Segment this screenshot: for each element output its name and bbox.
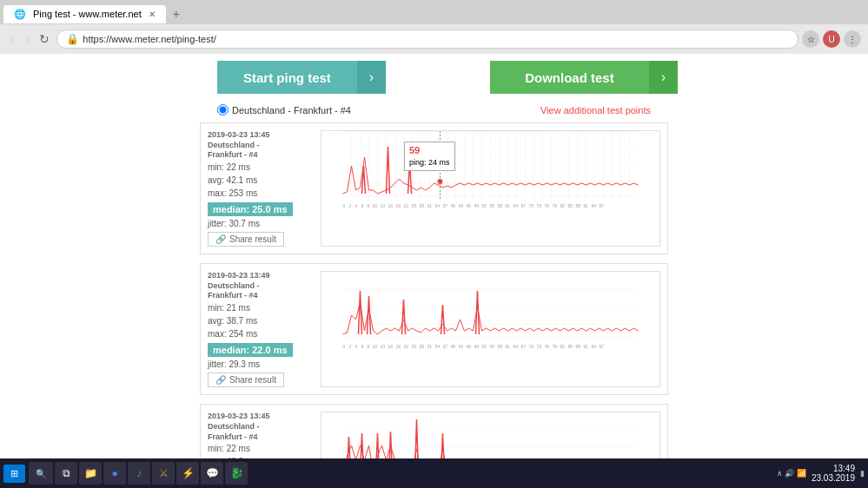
svg-text:13: 13 (381, 344, 386, 349)
svg-text:22: 22 (404, 344, 409, 349)
svg-text:13: 13 (381, 203, 386, 208)
taskbar-app-1[interactable]: ⚡ (176, 462, 199, 485)
taskbar-right: ∧ 🔊 📶 13:49 23.03.2019 ▮ (777, 464, 865, 483)
svg-text:37: 37 (443, 344, 448, 349)
result-date-1: 2019-03-23 13:45 Deutschland -Frankfurt … (208, 130, 312, 161)
star-button[interactable]: ☆ (802, 30, 819, 48)
svg-text:49: 49 (474, 203, 480, 208)
svg-text:85: 85 (568, 203, 573, 208)
svg-text:25: 25 (412, 203, 417, 208)
taskbar-spotify[interactable]: ♪ (128, 462, 150, 485)
result-min-3: min: 22 ms (208, 442, 312, 455)
result-date-3: 2019-03-23 13:45 Deutschland -Frankfurt … (208, 412, 312, 442)
address-bar[interactable]: 🔒 https://www.meter.net/ping-test/ (56, 30, 798, 49)
show-desktop-button[interactable]: ▮ (860, 469, 865, 478)
svg-text:82: 82 (560, 344, 566, 349)
svg-text:43: 43 (459, 203, 464, 208)
ping-button-label: Start ping test (243, 70, 331, 85)
svg-text:49: 49 (474, 344, 480, 349)
result-date-2: 2019-03-23 13:49 Deutschland -Frankfurt … (208, 271, 312, 301)
svg-text:55: 55 (490, 203, 495, 208)
svg-text:91: 91 (584, 203, 589, 208)
svg-text:2: 2 (349, 344, 352, 349)
chart-area-1: 0 2 4 6 8 10 13 16 19 22 25 28 31 34 37 … (321, 130, 660, 247)
filter-row: Deutschland - Frankfurt - #4 View additi… (0, 101, 868, 119)
svg-text:52: 52 (482, 203, 487, 208)
svg-text:19: 19 (396, 203, 401, 208)
svg-text:10: 10 (373, 203, 378, 208)
svg-text:97: 97 (600, 344, 605, 349)
svg-text:4: 4 (355, 203, 358, 208)
svg-text:16: 16 (388, 203, 394, 208)
taskbar: ⊞ 🔍 ⧉ 📁 ● ♪ ⚔ ⚡ 💬 🐉 ∧ 🔊 📶 13:49 23.03.20… (0, 458, 868, 488)
new-tab-button[interactable]: + (166, 3, 187, 24)
profile-button[interactable]: U (823, 30, 840, 48)
address-text: https://www.meter.net/ping-test/ (83, 34, 789, 44)
view-additional-link[interactable]: View additional test points (540, 105, 651, 115)
ping-test-button[interactable]: Start ping test (217, 61, 357, 94)
taskbar-app-2[interactable]: 🐉 (225, 462, 248, 485)
svg-text:0: 0 (343, 203, 346, 208)
browser-actions: ☆ U ⋮ (802, 30, 861, 48)
svg-text:10: 10 (373, 344, 378, 349)
back-button[interactable]: ‹ (7, 30, 18, 48)
taskbar-explorer[interactable]: 📁 (79, 462, 102, 485)
taskbar-chrome[interactable]: ● (103, 462, 126, 485)
taskbar-cortana[interactable]: 🔍 (29, 462, 53, 485)
taskbar-discord[interactable]: 💬 (201, 462, 223, 485)
location-radio[interactable] (217, 104, 229, 115)
download-test-button[interactable]: Download test (490, 61, 649, 94)
result-min-1: min: 22 ms (208, 161, 312, 174)
result-card-1: 2019-03-23 13:45 Deutschland -Frankfurt … (200, 122, 668, 254)
radio-label[interactable]: Deutschland - Frankfurt - #4 (217, 104, 351, 115)
tab-title: Ping test - www.meter.net (33, 9, 142, 19)
reload-button[interactable]: ↻ (36, 30, 53, 48)
svg-point-39 (438, 179, 443, 184)
svg-text:88: 88 (576, 203, 581, 208)
menu-button[interactable]: ⋮ (844, 30, 861, 48)
top-buttons-row: Start ping test › Download test › (0, 54, 868, 101)
result-max-1: max: 253 ms (208, 187, 312, 200)
result-max-2: max: 254 ms (208, 327, 312, 340)
share-button-2[interactable]: 🔗 Share result (208, 373, 284, 387)
result-info-1: 2019-03-23 13:45 Deutschland -Frankfurt … (208, 130, 312, 247)
svg-text:88: 88 (576, 344, 581, 349)
result-jitter-1: jitter: 30.7 ms (208, 219, 312, 228)
svg-text:2: 2 (349, 203, 352, 208)
taskbar-date-display: 23.03.2019 (812, 473, 855, 483)
svg-text:46: 46 (467, 203, 472, 208)
svg-text:73: 73 (537, 203, 542, 208)
lock-icon: 🔒 (66, 33, 79, 45)
result-card-2: 2019-03-23 13:49 Deutschland -Frankfurt … (200, 263, 668, 395)
svg-text:70: 70 (529, 344, 534, 349)
browser-nav: ‹ › ↻ 🔒 https://www.meter.net/ping-test/… (0, 24, 868, 54)
svg-text:28: 28 (420, 344, 425, 349)
start-button[interactable]: ⊞ (3, 465, 25, 483)
svg-text:28: 28 (420, 203, 425, 208)
svg-text:34: 34 (435, 344, 441, 349)
svg-text:67: 67 (521, 344, 527, 349)
share-button-1[interactable]: 🔗 Share result (208, 232, 284, 247)
result-avg-2: avg: 38.7 ms (208, 314, 312, 327)
taskbar-task-view[interactable]: ⧉ (55, 462, 77, 485)
result-info-2: 2019-03-23 13:49 Deutschland -Frankfurt … (208, 271, 312, 387)
forward-button[interactable]: › (22, 30, 33, 48)
svg-text:31: 31 (427, 203, 433, 208)
svg-text:82: 82 (560, 203, 566, 208)
taskbar-lol[interactable]: ⚔ (152, 462, 175, 485)
active-tab[interactable]: 🌐 Ping test - www.meter.net ✕ (3, 5, 166, 23)
svg-text:94: 94 (592, 203, 597, 208)
svg-text:64: 64 (514, 203, 519, 208)
svg-text:40: 40 (451, 203, 456, 208)
svg-text:73: 73 (537, 344, 542, 349)
result-jitter-2: jitter: 29.3 ms (208, 359, 312, 369)
svg-text:0: 0 (343, 344, 346, 349)
tab-close-icon[interactable]: ✕ (149, 10, 156, 19)
taskbar-items: 🔍 ⧉ 📁 ● ♪ ⚔ ⚡ 💬 🐉 (29, 462, 777, 485)
svg-text:6: 6 (361, 203, 364, 208)
svg-text:91: 91 (584, 344, 589, 349)
browser-chrome: 🌐 Ping test - www.meter.net ✕ + ‹ › ↻ 🔒 … (0, 0, 868, 54)
share-icon-1: 🔗 (215, 234, 226, 244)
download-button-label: Download test (525, 70, 614, 85)
browser-tabs: 🌐 Ping test - www.meter.net ✕ + (0, 0, 868, 24)
